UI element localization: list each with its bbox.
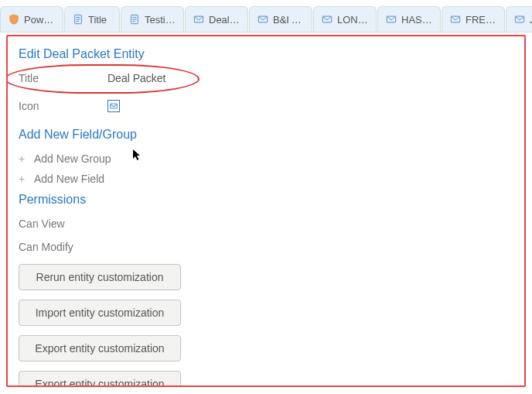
tab-deal-packet[interactable]: Deal Pac [185, 6, 248, 32]
tab-haskeli[interactable]: HASKELI [377, 6, 441, 32]
tab-jared-fi[interactable]: JARED FI [506, 6, 532, 32]
can-modify-row[interactable]: Can Modify [19, 241, 513, 253]
add-new-field-link[interactable]: + Add New Field [19, 173, 513, 185]
plus-icon: + [19, 173, 28, 185]
tab-label: Title [88, 14, 107, 26]
tab-lonnie[interactable]: LONNIE [313, 6, 377, 32]
tab-label: Powerga [24, 14, 55, 26]
export-customization-button[interactable]: Export entity customization [19, 335, 181, 361]
shield-icon [9, 14, 19, 25]
add-field-label: Add New Field [34, 173, 104, 185]
add-new-group-link[interactable]: + Add New Group [19, 152, 513, 165]
tab-label: Testing [145, 14, 176, 26]
mail-icon [322, 14, 332, 25]
icon-label: Icon [19, 100, 107, 112]
tab-label: FRED WI [466, 14, 496, 26]
import-customization-button[interactable]: Import entity customization [19, 300, 181, 326]
icon-field-row: Icon [19, 100, 513, 112]
mail-icon [386, 14, 397, 25]
export-customization-sql-button[interactable]: Export entity customization sql [19, 371, 181, 387]
title-field-row: Title Deal Packet [19, 72, 513, 84]
tab-title[interactable]: Title [64, 6, 120, 32]
title-label: Title [19, 72, 107, 84]
tab-label: Deal Pac [209, 14, 240, 26]
plus-icon: + [19, 152, 28, 165]
tab-powerga[interactable]: Powerga [0, 6, 63, 32]
doc-icon [129, 14, 140, 25]
mail-icon [257, 14, 268, 25]
tab-bi-aud[interactable]: B&I Aud [249, 6, 312, 32]
tab-label: LONNIE [337, 14, 368, 26]
edit-entity-header: Edit Deal Packet Entity [19, 47, 513, 61]
tab-label: B&I Aud [273, 14, 304, 26]
mail-icon [514, 14, 525, 25]
svg-rect-14 [111, 104, 118, 108]
icon-picker[interactable] [107, 100, 120, 112]
add-field-group-header: Add New Field/Group [19, 128, 513, 142]
can-view-row[interactable]: Can View [19, 218, 513, 230]
tab-fred-wi[interactable]: FRED WI [442, 6, 505, 32]
title-value[interactable]: Deal Packet [107, 72, 165, 84]
deal-icon [109, 101, 118, 111]
tab-testing[interactable]: Testing [121, 6, 184, 32]
tab-bar: Powerga Title Testing Deal Pac B&I Aud L… [0, 0, 532, 33]
mail-icon [450, 14, 461, 25]
add-group-label: Add New Group [34, 152, 111, 165]
doc-icon [73, 14, 84, 25]
tab-label: HASKELI [401, 14, 432, 26]
permissions-header: Permissions [19, 193, 513, 207]
mail-icon [193, 14, 204, 25]
rerun-customization-button[interactable]: Rerun entity customization [19, 264, 181, 290]
content-panel: Edit Deal Packet Entity Title Deal Packe… [6, 35, 526, 387]
